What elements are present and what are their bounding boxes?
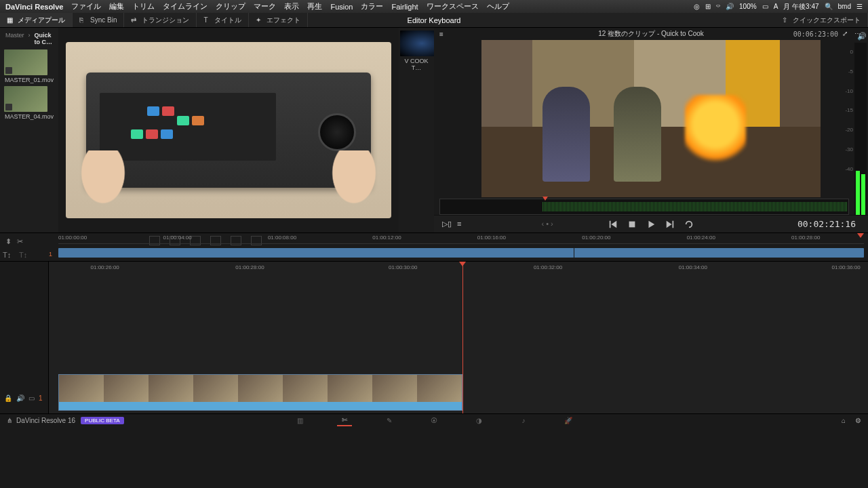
- menu-play[interactable]: 再生: [307, 1, 322, 12]
- menu-fairlight[interactable]: Fairlight: [391, 3, 418, 11]
- expand-icon[interactable]: ⤢: [842, 30, 850, 38]
- transition-tab[interactable]: ⇄トランジション: [124, 13, 197, 27]
- settings-icon[interactable]: ⚙: [855, 417, 861, 424]
- audio-meter: 0 -5 -10 -15 -20 -30 -40 🔊: [854, 43, 867, 226]
- menu-timeline[interactable]: タイムライン: [163, 1, 208, 12]
- clock: 月 午後3:47: [783, 2, 818, 12]
- list-icon[interactable]: ≡: [457, 220, 461, 228]
- transport-controls: ▷▯ ≡ ‹ • › 00:02:21:16: [434, 215, 868, 232]
- breadcrumb-root[interactable]: Master: [5, 32, 24, 45]
- menu-clip[interactable]: クリップ: [216, 1, 245, 12]
- volume-icon[interactable]: 🔊: [726, 3, 734, 10]
- beta-badge: PUBLIC BETA: [81, 417, 123, 424]
- app-toolbar: ▦メディアプール ⎘Sync Bin ⇄トランジション Tタイトル ✦エフェクト…: [0, 13, 868, 28]
- audio-icon: [5, 67, 12, 74]
- page-fusion[interactable]: ⦿: [427, 415, 441, 426]
- clip-name: MASTER_01.mov: [4, 77, 54, 83]
- breadcrumb-current[interactable]: Quick to C…: [35, 32, 53, 45]
- logo-icon: ⋔: [7, 417, 12, 424]
- lock-icon[interactable]: 🔒: [4, 394, 12, 402]
- menu-fusion[interactable]: Fusion: [330, 3, 353, 11]
- toolbar-title: Editor Keyboard: [408, 16, 461, 24]
- breadcrumb[interactable]: Master › Quick to C…: [3, 30, 56, 47]
- clip-item[interactable]: MASTER_04.mov: [4, 86, 54, 120]
- page-deliver[interactable]: 🚀: [561, 415, 576, 426]
- play-button[interactable]: [646, 220, 656, 229]
- jog-dial: [318, 113, 356, 151]
- home-icon[interactable]: ⌂: [842, 417, 846, 424]
- position-timecode: 00:02:21:16: [797, 219, 856, 229]
- wifi-icon[interactable]: ⌔: [716, 3, 720, 10]
- program-monitor[interactable]: [481, 40, 821, 197]
- battery-pct: 100%: [739, 3, 757, 10]
- timeline-playhead[interactable]: [462, 262, 463, 413]
- macos-menubar: DaVinci Resolve ファイル 編集 トリム タイムライン クリップ …: [0, 0, 868, 13]
- page-color[interactable]: ◑: [471, 415, 486, 426]
- menu-help[interactable]: ヘルプ: [487, 1, 509, 12]
- svg-rect-0: [629, 221, 635, 227]
- menu-file[interactable]: ファイル: [71, 1, 101, 12]
- notification-icon[interactable]: ☰: [856, 3, 863, 10]
- menu-trim[interactable]: トリム: [132, 1, 155, 12]
- app-name[interactable]: DaVinci Resolve: [5, 3, 63, 11]
- loop-button[interactable]: [684, 220, 694, 229]
- clip-audio-waveform: [59, 402, 462, 410]
- speed-icon[interactable]: ▷▯: [442, 220, 452, 228]
- menu-view[interactable]: 表示: [284, 1, 299, 12]
- quick-export-button[interactable]: ⇧クイックエクスポート: [775, 13, 868, 27]
- track-index: 1: [49, 251, 52, 258]
- program-viewer: ≡ 12 複数のクリップ - Quick to Cook 00:06:23:00…: [434, 28, 868, 232]
- prev-button[interactable]: [608, 220, 618, 229]
- menu-mark[interactable]: マーク: [254, 1, 276, 12]
- clip-item[interactable]: MASTER_01.mov: [4, 49, 54, 83]
- title-tab[interactable]: Tタイトル: [197, 13, 249, 27]
- status-icon: ⊞: [705, 3, 711, 10]
- media-pool-tab[interactable]: ▦メディアプール: [0, 13, 73, 27]
- nav-prev-icon[interactable]: ‹ • ›: [541, 220, 553, 228]
- scrub-playhead[interactable]: [542, 197, 548, 201]
- track-tool-a[interactable]: T↕: [3, 251, 11, 259]
- track-tool-b[interactable]: T↕: [19, 251, 27, 259]
- overview-clip[interactable]: [58, 248, 864, 258]
- mute-icon[interactable]: 🔊: [857, 32, 867, 41]
- overview-ruler[interactable]: 01:00:00:00 01:00:04:00 01:00:08:00 01:0…: [58, 233, 864, 244]
- viewer-title: 12 複数のクリップ - Quick to Cook: [598, 29, 704, 39]
- duration-timecode: 00:06:23:00: [793, 30, 838, 38]
- media-pool-panel: Master › Quick to C… MASTER_01.mov MASTE…: [0, 28, 58, 232]
- page-fairlight[interactable]: ♪: [516, 415, 531, 426]
- page-cut[interactable]: ✄: [337, 415, 352, 426]
- sync-bin-tab[interactable]: ⎘Sync Bin: [73, 13, 124, 27]
- track-header: 🔒 🔊 ▭ 1: [0, 262, 49, 413]
- main-upper: Master › Quick to C… MASTER_01.mov MASTE…: [0, 28, 868, 232]
- audio-toggle-icon[interactable]: 🔊: [16, 394, 24, 402]
- page-bar: ⋔ DaVinci Resolve 16 PUBLIC BETA ▥ ✄ ✎ ⦿…: [0, 413, 868, 427]
- source-viewer: [58, 28, 399, 232]
- audio-icon: [5, 104, 12, 110]
- clip-item[interactable]: V COOK T…: [400, 30, 433, 71]
- battery-icon: ▭: [762, 3, 768, 10]
- video-toggle-icon[interactable]: ▭: [28, 394, 35, 402]
- spotlight-icon[interactable]: 🔍: [825, 3, 833, 10]
- tool-blade-icon[interactable]: ✂: [17, 237, 23, 246]
- overview-end-marker: [857, 233, 864, 238]
- source-image[interactable]: [58, 28, 399, 232]
- menu-edit[interactable]: 編集: [109, 1, 124, 12]
- scrub-bar[interactable]: [439, 199, 849, 215]
- input-icon[interactable]: A: [774, 3, 778, 10]
- effect-tab[interactable]: ✦エフェクト: [249, 13, 308, 27]
- menu-color[interactable]: カラー: [361, 1, 383, 12]
- page-media[interactable]: ▥: [292, 415, 307, 426]
- next-button[interactable]: [665, 220, 675, 229]
- menu-workspace[interactable]: ワークスペース: [427, 1, 479, 12]
- page-edit[interactable]: ✎: [382, 415, 397, 426]
- stop-button[interactable]: [627, 220, 637, 229]
- tool-arrow-icon[interactable]: ⬍: [5, 237, 12, 246]
- timeline: ⟲ ● ⫘ 🔒 🔊 ▭ 1 01:00:26:00 01:00:28:00 01…: [0, 261, 868, 413]
- clip-name: V COOK T…: [400, 58, 433, 71]
- user-name[interactable]: bmd: [838, 3, 851, 10]
- hand-right: [317, 150, 391, 225]
- edit-index: ⬍ ✂ 01:00:00:00 01:00:04:00 01:00:08:00 …: [0, 232, 868, 261]
- timeline-clip[interactable]: [58, 374, 462, 411]
- viewer-menu-icon[interactable]: ≡: [439, 30, 443, 38]
- track-index: 1: [39, 394, 43, 402]
